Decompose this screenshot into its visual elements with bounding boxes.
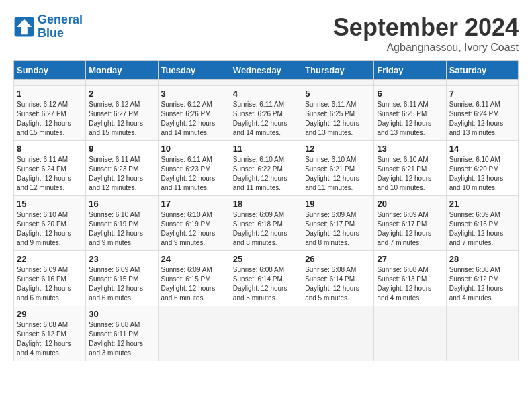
calendar-cell: 17 Sunrise: 6:10 AM Sunset: 6:19 PM Dayl… [158, 196, 230, 251]
calendar-cell: 21 Sunrise: 6:09 AM Sunset: 6:16 PM Dayl… [446, 196, 518, 251]
calendar-cell: 23 Sunrise: 6:09 AM Sunset: 6:15 PM Dayl… [86, 251, 158, 306]
header-thursday: Thursday [302, 61, 374, 80]
day-detail: Sunrise: 6:11 AM Sunset: 6:25 PM Dayligh… [305, 100, 371, 138]
day-detail: Sunrise: 6:09 AM Sunset: 6:18 PM Dayligh… [233, 210, 299, 248]
calendar-cell: 18 Sunrise: 6:09 AM Sunset: 6:18 PM Dayl… [230, 196, 302, 251]
logo-text: General Blue [38, 13, 83, 40]
day-detail: Sunrise: 6:09 AM Sunset: 6:17 PM Dayligh… [305, 210, 371, 248]
day-detail: Sunrise: 6:08 AM Sunset: 6:12 PM Dayligh… [449, 265, 515, 303]
day-number: 19 [305, 199, 371, 209]
logo: General Blue [13, 13, 83, 40]
day-detail: Sunrise: 6:10 AM Sunset: 6:19 PM Dayligh… [161, 210, 227, 248]
day-number: 8 [17, 144, 83, 154]
day-detail: Sunrise: 6:09 AM Sunset: 6:16 PM Dayligh… [17, 265, 83, 303]
day-number: 29 [17, 309, 83, 319]
header-friday: Friday [374, 61, 446, 80]
day-detail: Sunrise: 6:10 AM Sunset: 6:21 PM Dayligh… [377, 155, 443, 193]
calendar-cell: 3 Sunrise: 6:12 AM Sunset: 6:26 PM Dayli… [158, 86, 230, 141]
day-detail: Sunrise: 6:08 AM Sunset: 6:12 PM Dayligh… [17, 320, 83, 358]
day-detail: Sunrise: 6:08 AM Sunset: 6:13 PM Dayligh… [377, 265, 443, 303]
day-detail: Sunrise: 6:08 AM Sunset: 6:14 PM Dayligh… [305, 265, 371, 303]
day-number: 4 [233, 89, 299, 99]
calendar-cell [158, 306, 230, 361]
day-number: 6 [377, 89, 443, 99]
day-number: 1 [17, 89, 83, 99]
day-number: 26 [305, 254, 371, 264]
day-detail: Sunrise: 6:09 AM Sunset: 6:15 PM Dayligh… [161, 265, 227, 303]
day-number: 13 [377, 144, 443, 154]
day-detail: Sunrise: 6:12 AM Sunset: 6:26 PM Dayligh… [161, 100, 227, 138]
calendar-cell [302, 80, 374, 86]
calendar-cell: 10 Sunrise: 6:11 AM Sunset: 6:23 PM Dayl… [158, 141, 230, 196]
header-wednesday: Wednesday [230, 61, 302, 80]
day-detail: Sunrise: 6:08 AM Sunset: 6:14 PM Dayligh… [233, 265, 299, 303]
day-detail: Sunrise: 6:10 AM Sunset: 6:19 PM Dayligh… [89, 210, 154, 248]
day-number: 14 [449, 144, 515, 154]
calendar-cell: 5 Sunrise: 6:11 AM Sunset: 6:25 PM Dayli… [302, 86, 374, 141]
calendar-cell: 30 Sunrise: 6:08 AM Sunset: 6:11 PM Dayl… [86, 306, 158, 361]
calendar-cell [86, 80, 158, 86]
calendar-cell [14, 80, 86, 86]
header-sunday: Sunday [14, 61, 86, 80]
day-detail: Sunrise: 6:11 AM Sunset: 6:23 PM Dayligh… [161, 155, 227, 193]
page-header: General Blue September 2024 Agbangnassou… [13, 13, 519, 54]
day-detail: Sunrise: 6:11 AM Sunset: 6:26 PM Dayligh… [233, 100, 299, 138]
day-number: 20 [377, 199, 443, 209]
calendar-cell [302, 306, 374, 361]
day-detail: Sunrise: 6:11 AM Sunset: 6:24 PM Dayligh… [17, 155, 83, 193]
calendar-cell: 8 Sunrise: 6:11 AM Sunset: 6:24 PM Dayli… [14, 141, 86, 196]
day-number: 23 [89, 254, 154, 264]
calendar-cell: 12 Sunrise: 6:10 AM Sunset: 6:21 PM Dayl… [302, 141, 374, 196]
day-detail: Sunrise: 6:11 AM Sunset: 6:23 PM Dayligh… [89, 155, 154, 193]
calendar-cell: 6 Sunrise: 6:11 AM Sunset: 6:25 PM Dayli… [374, 86, 446, 141]
day-number: 15 [17, 199, 83, 209]
calendar-cell: 2 Sunrise: 6:12 AM Sunset: 6:27 PM Dayli… [86, 86, 158, 141]
day-number: 21 [449, 199, 515, 209]
calendar-cell: 25 Sunrise: 6:08 AM Sunset: 6:14 PM Dayl… [230, 251, 302, 306]
header-saturday: Saturday [446, 61, 518, 80]
calendar-week-row: 1 Sunrise: 6:12 AM Sunset: 6:27 PM Dayli… [14, 86, 519, 141]
calendar-week-row: 29 Sunrise: 6:08 AM Sunset: 6:12 PM Dayl… [14, 306, 519, 361]
day-number: 27 [377, 254, 443, 264]
calendar-week-row: 22 Sunrise: 6:09 AM Sunset: 6:16 PM Dayl… [14, 251, 519, 306]
day-number: 30 [89, 309, 154, 319]
calendar-cell: 19 Sunrise: 6:09 AM Sunset: 6:17 PM Dayl… [302, 196, 374, 251]
calendar-cell [230, 80, 302, 86]
calendar-cell: 24 Sunrise: 6:09 AM Sunset: 6:15 PM Dayl… [158, 251, 230, 306]
calendar-week-row [14, 80, 519, 86]
day-detail: Sunrise: 6:09 AM Sunset: 6:17 PM Dayligh… [377, 210, 443, 248]
calendar-cell [374, 80, 446, 86]
day-number: 17 [161, 199, 227, 209]
day-number: 18 [233, 199, 299, 209]
day-detail: Sunrise: 6:10 AM Sunset: 6:22 PM Dayligh… [233, 155, 299, 193]
calendar-cell [446, 80, 518, 86]
weekday-header-row: Sunday Monday Tuesday Wednesday Thursday… [14, 61, 519, 80]
calendar-cell [158, 80, 230, 86]
day-number: 16 [89, 199, 154, 209]
calendar-cell: 29 Sunrise: 6:08 AM Sunset: 6:12 PM Dayl… [14, 306, 86, 361]
day-number: 9 [89, 144, 154, 154]
calendar-cell: 28 Sunrise: 6:08 AM Sunset: 6:12 PM Dayl… [446, 251, 518, 306]
calendar-cell: 7 Sunrise: 6:11 AM Sunset: 6:24 PM Dayli… [446, 86, 518, 141]
subtitle: Agbangnassou, Ivory Coast [333, 42, 519, 54]
calendar-cell: 22 Sunrise: 6:09 AM Sunset: 6:16 PM Dayl… [14, 251, 86, 306]
calendar-cell: 14 Sunrise: 6:10 AM Sunset: 6:20 PM Dayl… [446, 141, 518, 196]
day-number: 25 [233, 254, 299, 264]
day-detail: Sunrise: 6:09 AM Sunset: 6:15 PM Dayligh… [89, 265, 154, 303]
day-detail: Sunrise: 6:08 AM Sunset: 6:11 PM Dayligh… [89, 320, 154, 358]
main-title: September 2024 [333, 13, 519, 42]
title-block: September 2024 Agbangnassou, Ivory Coast [333, 13, 519, 54]
day-number: 2 [89, 89, 154, 99]
calendar-cell: 15 Sunrise: 6:10 AM Sunset: 6:20 PM Dayl… [14, 196, 86, 251]
day-detail: Sunrise: 6:09 AM Sunset: 6:16 PM Dayligh… [449, 210, 515, 248]
calendar-week-row: 15 Sunrise: 6:10 AM Sunset: 6:20 PM Dayl… [14, 196, 519, 251]
day-number: 3 [161, 89, 227, 99]
calendar-cell: 13 Sunrise: 6:10 AM Sunset: 6:21 PM Dayl… [374, 141, 446, 196]
calendar-cell: 9 Sunrise: 6:11 AM Sunset: 6:23 PM Dayli… [86, 141, 158, 196]
header-tuesday: Tuesday [158, 61, 230, 80]
day-number: 11 [233, 144, 299, 154]
day-detail: Sunrise: 6:12 AM Sunset: 6:27 PM Dayligh… [89, 100, 154, 138]
calendar-cell: 26 Sunrise: 6:08 AM Sunset: 6:14 PM Dayl… [302, 251, 374, 306]
calendar-cell: 20 Sunrise: 6:09 AM Sunset: 6:17 PM Dayl… [374, 196, 446, 251]
day-detail: Sunrise: 6:10 AM Sunset: 6:20 PM Dayligh… [449, 155, 515, 193]
